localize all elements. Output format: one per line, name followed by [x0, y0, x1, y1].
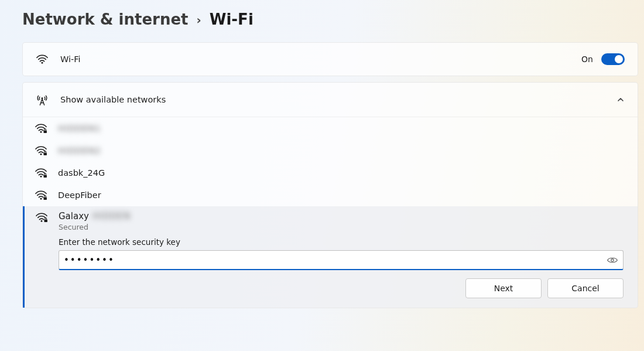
svg-rect-11	[44, 220, 47, 223]
selected-network-ssid-prefix: Galaxy	[59, 211, 89, 221]
chevron-right-icon: ›	[196, 13, 201, 27]
breadcrumb-current: Wi-Fi	[210, 11, 254, 28]
svg-point-0	[42, 62, 43, 64]
wifi-lock-icon	[35, 168, 58, 178]
wifi-icon	[36, 54, 60, 64]
network-ssid: DeepFiber	[58, 190, 101, 200]
network-item[interactable]: dasbk_24G	[23, 162, 638, 184]
wifi-lock-icon	[35, 190, 58, 200]
breadcrumb: Network & internet › Wi-Fi	[22, 11, 638, 28]
svg-point-6	[40, 176, 42, 178]
svg-point-8	[40, 198, 42, 200]
available-networks-header[interactable]: Show available networks	[23, 83, 638, 117]
network-ssid: HIDDEN1	[58, 124, 101, 133]
selected-network-ssid-suffix: HIDDEN	[93, 211, 131, 221]
wifi-lock-icon	[35, 211, 59, 223]
svg-rect-5	[44, 153, 47, 156]
secured-label: Secured	[59, 223, 131, 231]
wifi-toggle-state: On	[581, 54, 593, 64]
network-list: HIDDEN1 HIDDEN2	[23, 117, 638, 308]
next-button[interactable]: Next	[465, 278, 542, 298]
network-item[interactable]: DeepFiber	[23, 184, 638, 206]
svg-rect-9	[44, 197, 47, 200]
password-prompt: Enter the network security key	[59, 237, 627, 247]
password-input[interactable]	[64, 255, 607, 265]
password-field-wrapper	[59, 250, 624, 270]
svg-rect-7	[44, 175, 47, 178]
network-ssid: dasbk_24G	[58, 168, 105, 178]
wifi-toggle-label: Wi-Fi	[60, 54, 581, 64]
available-networks-card: Show available networks HIDDEN1	[22, 82, 638, 308]
available-networks-label: Show available networks	[60, 95, 616, 104]
selected-network-ssid-row: Galaxy HIDDEN	[59, 211, 131, 221]
network-item[interactable]: HIDDEN1	[23, 117, 638, 139]
svg-point-12	[611, 258, 614, 261]
svg-point-10	[41, 220, 43, 222]
cancel-button[interactable]: Cancel	[547, 278, 624, 298]
svg-point-4	[40, 154, 42, 155]
reveal-password-icon[interactable]	[607, 256, 618, 264]
network-item-selected: Galaxy HIDDEN Secured Enter the network …	[23, 206, 638, 308]
wifi-lock-icon	[35, 123, 58, 134]
network-ssid: HIDDEN2	[58, 146, 101, 155]
wifi-lock-icon	[35, 145, 58, 156]
wifi-toggle[interactable]	[601, 53, 625, 65]
svg-point-2	[40, 131, 42, 133]
network-item[interactable]: HIDDEN2	[23, 139, 638, 162]
svg-rect-3	[44, 131, 47, 134]
wifi-toggle-row: Wi-Fi On	[22, 42, 638, 76]
breadcrumb-parent[interactable]: Network & internet	[22, 11, 188, 28]
antenna-icon	[36, 93, 60, 106]
chevron-up-icon	[616, 96, 625, 104]
